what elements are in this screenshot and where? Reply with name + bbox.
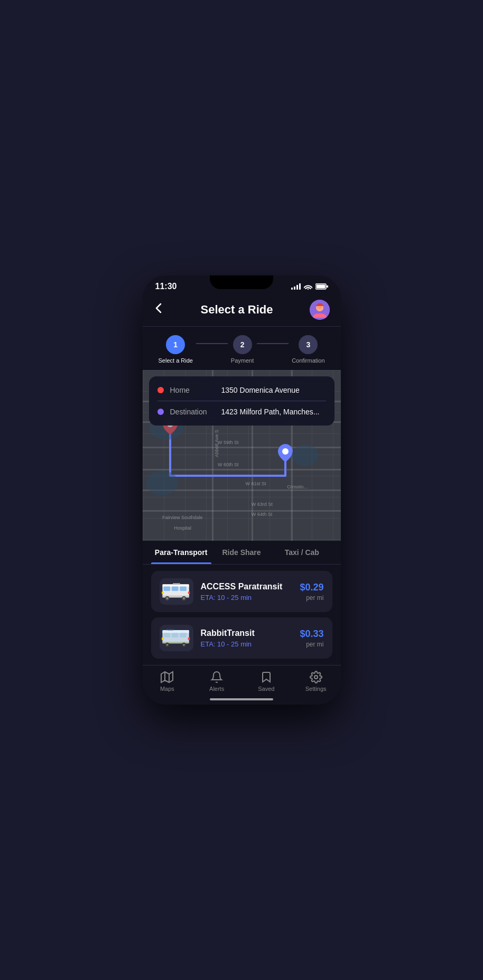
- step-2[interactable]: 2 Payment: [231, 335, 254, 364]
- ride-name-rabbit: RabbitTransit: [201, 628, 293, 638]
- step-3[interactable]: 3 Confirmation: [292, 335, 324, 364]
- svg-marker-37: [161, 672, 173, 682]
- nav-settings-label: Settings: [305, 686, 327, 692]
- signal-icon: [291, 283, 301, 290]
- nav-alerts[interactable]: Alerts: [192, 671, 242, 692]
- ride-img-access: [160, 578, 193, 605]
- svg-rect-27: [171, 633, 178, 637]
- step-2-circle: 2: [233, 335, 252, 354]
- nav-alerts-label: Alerts: [209, 686, 224, 692]
- svg-rect-22: [188, 591, 190, 594]
- ride-name-access: ACCESS Paratransit: [201, 582, 293, 591]
- destination-value: 1423 Milford Path, Manches...: [221, 408, 320, 416]
- home-row: Home 1350 Domenica Avenue: [157, 384, 326, 396]
- page-title: Select a Ride: [201, 303, 273, 317]
- svg-rect-35: [188, 637, 190, 640]
- notch: [210, 275, 273, 289]
- step-3-label: Confirmation: [292, 357, 324, 364]
- price-unit-access: per mi: [300, 594, 323, 602]
- destination-row: Destination 1423 Milford Path, Manches..…: [157, 405, 326, 418]
- ride-list: ACCESS Paratransit ETA: 10 - 25 min $0.2…: [143, 565, 341, 665]
- svg-rect-21: [162, 591, 164, 594]
- destination-label: Destination: [170, 408, 215, 416]
- bell-icon: [210, 671, 223, 683]
- svg-point-10: [291, 445, 319, 466]
- svg-rect-15: [180, 587, 187, 591]
- nav-maps-label: Maps: [160, 686, 174, 692]
- phone-container: 11:30 Select a Ride: [143, 275, 341, 705]
- map-container[interactable]: W 56th St W 58th St W 59th St W 60th St …: [143, 370, 341, 541]
- steps-container: 1 Select a Ride 2 Payment 3 Confirmation: [143, 327, 341, 370]
- back-button[interactable]: [153, 301, 164, 319]
- svg-rect-14: [171, 587, 178, 591]
- tab-para-transport[interactable]: Para-Transport: [151, 541, 211, 564]
- gear-icon: [310, 671, 322, 683]
- ride-price-rabbit: $0.33 per mi: [300, 628, 323, 648]
- home-bar: [210, 698, 273, 700]
- map-water-2: [144, 464, 180, 502]
- ride-info-access: ACCESS Paratransit ETA: 10 - 25 min: [201, 582, 293, 602]
- ride-eta-access: ETA: 10 - 25 min: [201, 594, 293, 602]
- step-1[interactable]: 1 Select a Ride: [159, 335, 193, 364]
- price-amount-access: $0.29: [300, 582, 323, 593]
- bookmark-icon: [260, 671, 273, 683]
- svg-point-20: [182, 597, 184, 599]
- location-divider: [157, 401, 326, 401]
- step-line-1: [196, 343, 228, 344]
- svg-rect-23: [173, 583, 180, 585]
- svg-point-40: [314, 676, 318, 679]
- step-1-circle: 1: [166, 335, 185, 354]
- wifi-icon: [304, 283, 312, 290]
- svg-rect-28: [180, 633, 187, 637]
- price-amount-rabbit: $0.33: [300, 628, 323, 639]
- step-3-circle: 3: [299, 335, 318, 354]
- step-line-2: [257, 343, 289, 344]
- home-indicator: [143, 694, 341, 705]
- header: Select a Ride: [143, 293, 341, 326]
- ride-card-access[interactable]: ACCESS Paratransit ETA: 10 - 25 min $0.2…: [151, 571, 332, 612]
- bus-icon-rabbit: TRANSIT: [162, 627, 191, 649]
- ride-info-rabbit: RabbitTransit ETA: 10 - 25 min: [201, 628, 293, 648]
- avatar[interactable]: [310, 300, 330, 320]
- nav-saved-label: Saved: [258, 686, 274, 692]
- nav-maps[interactable]: Maps: [143, 671, 192, 692]
- ride-card-rabbit[interactable]: TRANSIT RabbitTransit ETA: 10 - 25 min $…: [151, 617, 332, 659]
- tab-ride-share[interactable]: Ride Share: [211, 541, 272, 564]
- bottom-nav: Maps Alerts Saved Settings: [143, 665, 341, 694]
- price-unit-rabbit: per mi: [300, 641, 323, 648]
- step-1-label: Select a Ride: [159, 357, 193, 364]
- home-value: 1350 Domenica Avenue: [221, 386, 300, 394]
- destination-dot: [157, 409, 164, 415]
- nav-settings[interactable]: Settings: [291, 671, 341, 692]
- status-icons: [291, 283, 328, 290]
- battery-icon: [315, 283, 328, 290]
- svg-text:TRANSIT: TRANSIT: [166, 629, 174, 631]
- nav-saved[interactable]: Saved: [242, 671, 291, 692]
- ride-price-access: $0.29 per mi: [300, 582, 323, 602]
- home-label: Home: [170, 386, 215, 394]
- svg-rect-34: [162, 637, 164, 640]
- map-icon: [161, 671, 173, 683]
- home-dot: [157, 387, 164, 393]
- transport-tabs: Para-Transport Ride Share Taxi / Cab: [143, 541, 341, 565]
- bus-icon-access: [162, 580, 191, 603]
- svg-rect-2: [316, 285, 325, 289]
- svg-point-9: [146, 470, 179, 495]
- svg-point-31: [166, 644, 168, 646]
- ride-img-rabbit: TRANSIT: [160, 625, 193, 651]
- status-time: 11:30: [155, 282, 177, 291]
- map-water-3: [285, 438, 325, 473]
- tab-taxi-cab[interactable]: Taxi / Cab: [272, 541, 332, 564]
- svg-point-33: [182, 644, 184, 646]
- step-2-label: Payment: [231, 357, 254, 364]
- svg-rect-1: [327, 285, 328, 288]
- ride-eta-rabbit: ETA: 10 - 25 min: [201, 640, 293, 648]
- location-overlay: Home 1350 Domenica Avenue Destination 14…: [149, 376, 335, 426]
- svg-rect-26: [163, 633, 170, 637]
- svg-point-18: [166, 597, 168, 599]
- svg-rect-13: [163, 587, 170, 591]
